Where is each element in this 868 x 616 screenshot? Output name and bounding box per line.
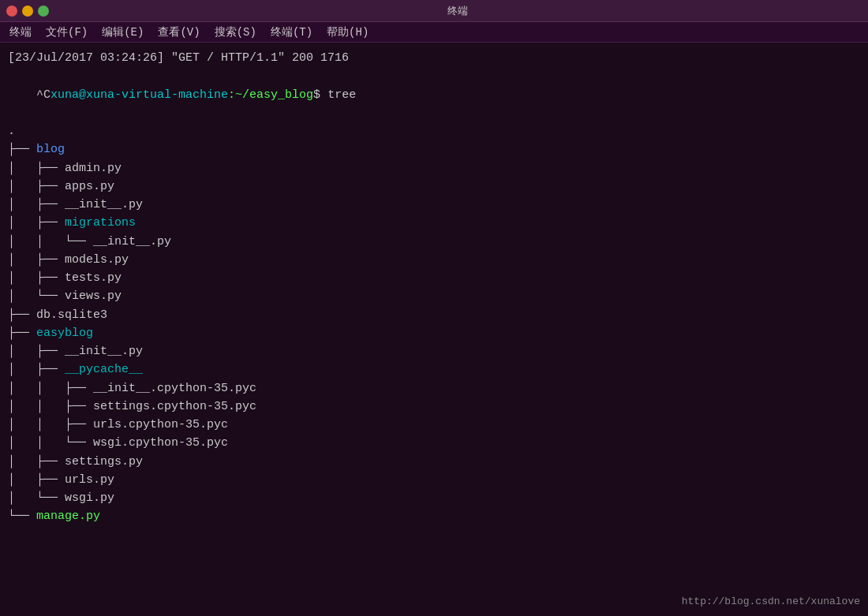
tree-line: │ └── wsgi.py <box>8 489 860 507</box>
close-button[interactable] <box>6 6 17 17</box>
tree-line: │ ├── __init__.py <box>8 196 860 214</box>
tree-output: .├── blog│ ├── admin.py│ ├── apps.py│ ├─… <box>8 122 860 526</box>
menu-item[interactable]: 编辑(E) <box>95 24 150 41</box>
tree-line: │ ├── settings.py <box>8 453 860 471</box>
maximize-button[interactable] <box>38 6 49 17</box>
title-bar: 终端 <box>0 0 868 22</box>
tree-line: │ │ ├── settings.cpython-35.pyc <box>8 398 860 416</box>
tree-line: │ ├── urls.py <box>8 471 860 489</box>
tree-line: ├── blog <box>8 140 860 159</box>
prompt-ctrl-c: ^C <box>36 88 51 102</box>
tree-line: │ │ ├── urls.cpython-35.pyc <box>8 416 860 434</box>
menu-item[interactable]: 查看(V) <box>152 24 206 41</box>
url-label: http://blog.csdn.net/xunalove <box>682 594 860 610</box>
prompt-user: xuna@xuna-virtual-machine <box>51 88 228 102</box>
menu-bar: 终端文件(F)编辑(E)查看(V)搜索(S)终端(T)帮助(H) <box>0 22 868 43</box>
tree-line: │ ├── models.py <box>8 251 860 269</box>
tree-line: │ ├── __init__.py <box>8 342 860 360</box>
menu-item[interactable]: 帮助(H) <box>320 24 375 41</box>
window-title: 终端 <box>54 4 862 18</box>
minimize-button[interactable] <box>22 6 33 17</box>
tree-line: │ └── views.py <box>8 287 860 305</box>
tree-line: └── manage.py <box>8 507 860 525</box>
menu-item[interactable]: 终端(T) <box>264 24 319 41</box>
tree-line: │ │ └── wsgi.cpython-35.pyc <box>8 434 860 452</box>
menu-item[interactable]: 搜索(S) <box>208 24 263 41</box>
log-line: [23/Jul/2017 03:24:26] "GET / HTTP/1.1" … <box>8 49 860 67</box>
tree-line: │ ├── apps.py <box>8 177 860 196</box>
tree-line: │ │ └── __init__.py <box>8 233 860 251</box>
prompt-line: ^Cxuna@xuna-virtual-machine:~/easy_blog$… <box>8 67 860 122</box>
tree-line: │ ├── admin.py <box>8 159 860 177</box>
tree-line: │ ├── tests.py <box>8 269 860 287</box>
tree-line: │ │ ├── __init__.cpython-35.pyc <box>8 379 860 398</box>
menu-item[interactable]: 文件(F) <box>39 24 94 41</box>
prompt-dollar: $ <box>313 88 320 102</box>
prompt-cmd: tree <box>320 88 356 102</box>
tree-line: │ ├── __pycache__ <box>8 360 860 379</box>
tree-line: . <box>8 122 860 140</box>
tree-line: ├── db.sqlite3 <box>8 306 860 324</box>
terminal[interactable]: [23/Jul/2017 03:24:26] "GET / HTTP/1.1" … <box>0 43 868 616</box>
tree-line: │ ├── migrations <box>8 214 860 232</box>
tree-line: ├── easyblog <box>8 324 860 342</box>
prompt-path: :~/easy_blog <box>228 88 313 102</box>
menu-item[interactable]: 终端 <box>3 24 38 41</box>
